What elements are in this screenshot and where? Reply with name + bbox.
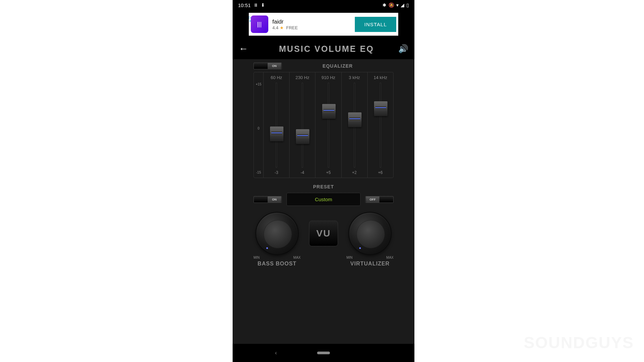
download-icon: ⬇ xyxy=(261,2,265,8)
bass-boost-knob[interactable] xyxy=(256,212,299,255)
eq-band-60hz: 60 Hz -3 xyxy=(263,72,289,178)
knob-max-label: MAX xyxy=(293,256,301,259)
scale-min: -15 xyxy=(256,171,261,174)
equalizer-title: EQUALIZER xyxy=(282,63,394,69)
pause-icon: ⏸ xyxy=(253,2,258,8)
install-button[interactable]: INSTALL xyxy=(355,17,396,32)
preset-title: PRESET xyxy=(253,184,394,189)
scale-max: +15 xyxy=(256,82,262,86)
toggle-thumb-off: OFF xyxy=(366,196,379,203)
toggle-thumb-on: ON xyxy=(268,63,281,69)
ad-free-label: FREE xyxy=(286,25,298,30)
eq-band-3khz: 3 kHz +2 xyxy=(341,72,367,178)
bluetooth-icon: ✱ xyxy=(382,2,386,8)
eq-slider-3khz[interactable] xyxy=(354,83,355,168)
android-nav-bar: ‹ xyxy=(233,344,414,362)
knob-min-label: MIN xyxy=(253,256,260,259)
ad-banner[interactable]: ▷ ✕ ⫼ faidr 4.4 ★ FREE INSTALL xyxy=(249,13,398,36)
equalizer-toggle[interactable]: ON xyxy=(253,63,282,69)
equalizer-panel: +15 0 -15 60 Hz -3 230 Hz xyxy=(253,72,394,178)
ad-play-icon: ▷ xyxy=(249,15,251,19)
nav-home-pill[interactable] xyxy=(317,352,330,354)
eq-band-14khz: 14 kHz +6 xyxy=(367,72,393,178)
knob-min-label: MIN xyxy=(346,256,352,259)
eq-scale: +15 0 -15 xyxy=(254,72,263,178)
band-freq: 14 kHz xyxy=(374,75,387,80)
app-header: ← MUSIC VOLUME EQ 🔊 xyxy=(233,38,414,59)
equalizer-icon: ⫼ xyxy=(256,20,264,29)
watermark: SOUNDGUYS xyxy=(524,333,634,352)
status-time: 10:51 xyxy=(238,2,251,8)
eq-band-230hz: 230 Hz -4 xyxy=(289,72,315,178)
slider-thumb[interactable] xyxy=(348,112,362,127)
eq-slider-14khz[interactable] xyxy=(380,83,381,168)
band-freq: 230 Hz xyxy=(296,75,309,80)
preset-selector[interactable]: Custom xyxy=(286,193,361,206)
battery-icon: ▯ xyxy=(406,2,409,8)
knob-max-label: MAX xyxy=(386,256,394,259)
band-value: -4 xyxy=(301,170,304,175)
alarm-off-icon: 🔕 xyxy=(388,2,394,8)
eq-band-910hz: 910 Hz +5 xyxy=(315,72,341,178)
ad-rating: 4.4 xyxy=(272,25,278,30)
band-value: +2 xyxy=(352,170,357,175)
app-title: MUSIC VOLUME EQ xyxy=(255,44,398,54)
bass-boost-label: BASS BOOST xyxy=(258,261,297,267)
vu-meter-button[interactable]: VU xyxy=(309,221,338,246)
eq-slider-60hz[interactable] xyxy=(276,83,277,168)
eq-slider-230hz[interactable] xyxy=(302,83,303,168)
band-value: -3 xyxy=(275,170,278,175)
band-freq: 3 kHz xyxy=(349,75,360,80)
wifi-icon: ▾ xyxy=(396,2,399,8)
star-icon: ★ xyxy=(280,25,284,30)
ad-badge: ▷ ✕ xyxy=(249,15,251,23)
ad-close-icon[interactable]: ✕ xyxy=(249,19,251,23)
main-content: ON EQUALIZER +15 0 -15 60 Hz xyxy=(233,59,414,355)
slider-thumb[interactable] xyxy=(296,129,309,144)
virtualizer-toggle[interactable]: OFF xyxy=(365,196,394,203)
volume-icon[interactable]: 🔊 xyxy=(398,44,408,53)
bass-boost-toggle[interactable]: ON xyxy=(253,196,282,203)
band-freq: 60 Hz xyxy=(271,75,282,80)
virtualizer-label: VIRTUALIZER xyxy=(350,261,390,267)
scale-mid: 0 xyxy=(258,126,260,130)
eq-slider-910hz[interactable] xyxy=(328,83,329,168)
ad-app-title: faidr xyxy=(272,19,355,25)
signal-icon: ◢ xyxy=(401,2,404,8)
band-freq: 910 Hz xyxy=(321,75,335,80)
phone-screen: 10:51 ⏸ ⬇ ✱ 🔕 ▾ ◢ ▯ ▷ ✕ ⫼ faidr 4.4 ★ FR… xyxy=(233,0,414,362)
status-bar: 10:51 ⏸ ⬇ ✱ 🔕 ▾ ◢ ▯ xyxy=(233,0,414,10)
slider-thumb[interactable] xyxy=(322,104,336,119)
nav-back-icon[interactable]: ‹ xyxy=(275,350,277,356)
slider-thumb[interactable] xyxy=(270,126,283,141)
band-value: +6 xyxy=(378,170,383,175)
toggle-thumb-on: ON xyxy=(268,196,281,203)
band-value: +5 xyxy=(326,170,331,175)
back-arrow-icon[interactable]: ← xyxy=(239,43,248,54)
virtualizer-knob[interactable] xyxy=(348,212,392,255)
slider-thumb[interactable] xyxy=(374,101,387,116)
ad-app-icon: ⫼ xyxy=(251,15,268,33)
